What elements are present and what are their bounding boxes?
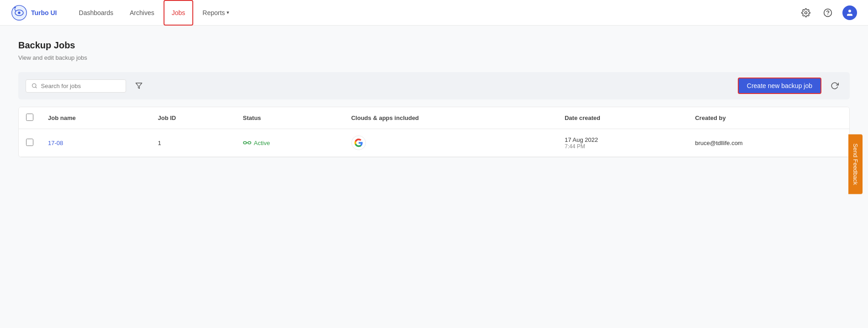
svg-marker-10 [136,83,142,89]
gear-icon [801,8,810,17]
svg-point-2 [18,11,20,14]
svg-point-4 [805,11,807,14]
created-by-cell: bruce@tdllife.com [688,129,849,157]
search-input[interactable] [41,83,120,89]
table-body: 17-08 1 Active [19,129,849,157]
logo[interactable]: Turbo UI [11,5,57,21]
header-checkbox-cell [19,107,41,129]
table-container: Job name Job ID Status Clouds & apps inc… [18,107,850,157]
table-row: 17-08 1 Active [19,129,849,157]
backup-jobs-table: Job name Job ID Status Clouds & apps inc… [19,107,849,157]
refresh-icon [831,82,839,90]
logo-text: Turbo UI [31,9,57,16]
svg-line-9 [36,87,37,88]
svg-rect-11 [243,142,246,144]
status-label: Active [254,140,270,146]
create-backup-job-button[interactable]: Create new backup job [738,78,821,94]
active-status-icon [243,140,251,146]
refresh-button[interactable] [827,80,842,92]
chevron-down-icon: ▾ [227,10,229,16]
status-badge: Active [243,140,337,146]
date-secondary: 7:44 PM [565,143,681,150]
help-icon [823,8,832,17]
page-title: Backup Jobs [18,40,850,51]
job-name-link[interactable]: 17-08 [48,140,63,146]
navbar-actions [799,5,857,20]
nav-reports[interactable]: Reports ▾ [195,0,237,26]
nav-archives[interactable]: Archives [122,0,162,26]
filter-button[interactable] [132,80,146,91]
google-icon [351,135,366,150]
avatar-icon [846,9,854,17]
svg-point-3 [14,6,16,8]
search-container [26,79,126,93]
navbar: Turbo UI Dashboards Archives Jobs Report… [0,0,868,26]
main-content: Backup Jobs View and edit backup jobs Cr… [0,26,868,172]
table-header: Job name Job ID Status Clouds & apps inc… [19,107,849,129]
row-checkbox-cell [19,129,41,157]
col-date-created: Date created [557,107,688,129]
toolbar: Create new backup job [18,72,850,99]
filter-icon [135,82,143,89]
feedback-tab[interactable]: Send Feedback [848,134,863,172]
help-button[interactable] [820,5,835,20]
status-cell: Active [236,129,344,157]
date-primary: 17 Aug 2022 [565,136,681,143]
col-job-name: Job name [41,107,150,129]
date-created-cell: 17 Aug 2022 7:44 PM [557,129,688,157]
col-status: Status [236,107,344,129]
nav-dashboards[interactable]: Dashboards [72,0,121,26]
nav-jobs[interactable]: Jobs [164,0,194,26]
row-checkbox[interactable] [26,139,33,146]
navbar-nav: Dashboards Archives Jobs Reports ▾ [72,0,799,26]
col-job-id: Job ID [150,107,235,129]
header-row: Job name Job ID Status Clouds & apps inc… [19,107,849,129]
col-created-by: Created by [688,107,849,129]
search-icon [32,83,37,89]
page-subtitle: View and edit backup jobs [18,54,850,61]
user-avatar[interactable] [842,5,857,20]
settings-button[interactable] [799,5,813,20]
svg-rect-12 [248,142,251,144]
logo-icon [11,5,27,21]
select-all-checkbox[interactable] [26,114,33,121]
job-id-cell: 1 [150,129,235,157]
col-clouds: Clouds & apps included [344,107,557,129]
svg-point-7 [848,10,851,12]
job-name-cell: 17-08 [41,129,150,157]
clouds-cell [344,129,557,157]
